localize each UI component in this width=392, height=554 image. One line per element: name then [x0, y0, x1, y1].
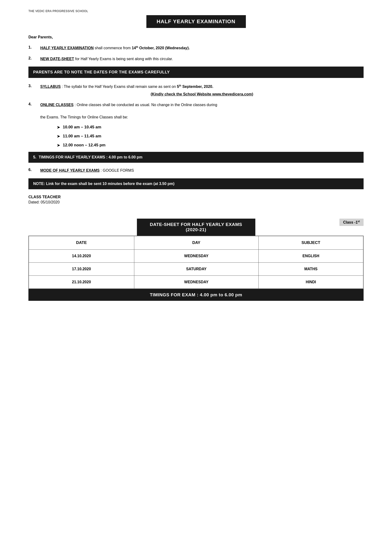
cell-day-3: WEDNESDAY	[134, 275, 259, 289]
section-5-number: 5.	[33, 155, 36, 159]
section-1-heading: HALF YEARLY EXAMINATION	[40, 46, 94, 50]
section-5-text: TIMINGS FOR HALF YEARLY EXAMS : 4.00 pm …	[39, 155, 142, 159]
cell-date-1: 14.10.2020	[29, 249, 134, 262]
section-4-content: ONLINE CLASSES : Online classes shall be…	[40, 102, 364, 120]
section-4-heading: ONLINE CLASSES	[40, 103, 73, 107]
timing-3-text: 12.00 noon – 12.45 pm	[63, 143, 105, 147]
school-name: THE VEDIC ERA PROGRESSIVE SCHOOL	[28, 9, 364, 13]
section-3-date: 5th September, 2020.	[177, 84, 213, 89]
section-1-date: 14th October, 2020 (Wednesday).	[132, 46, 190, 50]
section-2-heading: NEW DATE-SHEET	[40, 57, 74, 61]
section-1-number: 1.	[28, 45, 40, 49]
cell-subject-3: HINDI	[259, 275, 363, 289]
arrow-icon-2: ➤	[57, 134, 60, 139]
arrow-icon-1: ➤	[57, 125, 60, 130]
section-1-text: shall commence from	[95, 46, 132, 50]
cell-subject-1: ENGLISH	[259, 249, 363, 262]
section-2-text: for Half Yearly Exams is being sent alon…	[75, 57, 173, 61]
class-teacher-title: CLASS TEACHER	[28, 195, 364, 199]
table-row: 21.10.2020 WEDNESDAY HINDI	[29, 275, 363, 289]
note-box: NOTE: Link for the exam shall be sent 10…	[28, 178, 364, 189]
section-3-text: : The syllabi for the Half Yearly Exams …	[62, 84, 177, 89]
section-1: 1. HALF YEARLY EXAMINATION shall commenc…	[28, 45, 364, 51]
section-1-content: HALF YEARLY EXAMINATION shall commence f…	[40, 45, 364, 51]
cell-day-1: WEDNESDAY	[134, 249, 259, 262]
section-4-text: : Online classes shall be conducted as u…	[75, 103, 217, 107]
timing-list: ➤ 10.00 am – 10.45 am ➤ 11.00 am – 11.45…	[57, 125, 364, 147]
main-title: HALF YEARLY EXAMINATION	[146, 15, 246, 28]
table-row: 17.10.2020 SATURDAY MATHS	[29, 262, 363, 275]
cell-date-3: 21.10.2020	[29, 275, 134, 289]
section-3-content: SYLLABUS : The syllabi for the Half Year…	[40, 84, 364, 97]
section-6-text: : GOOGLE FORMS	[101, 168, 134, 172]
section-6-number: 6.	[28, 168, 40, 172]
section-4-number: 4.	[28, 102, 40, 106]
class-label-text: Class -1	[343, 220, 358, 224]
exam-timing-box: TIMINGS FOR EXAM : 4.00 pm to 6.00 pm	[28, 289, 364, 301]
cell-subject-2: MATHS	[259, 262, 363, 275]
timing-item-1: ➤ 10.00 am – 10.45 am	[57, 125, 364, 130]
section-2-number: 2.	[28, 56, 40, 60]
timing-item-3: ➤ 12.00 noon – 12.45 pm	[57, 143, 364, 147]
section-5-box: 5. TIMINGS FOR HALF YEARLY EXAMS : 4.00 …	[28, 152, 364, 163]
section-3-number: 3.	[28, 84, 40, 88]
col-header-day: DAY	[134, 236, 259, 250]
section-3: 3. SYLLABUS : The syllabi for the Half Y…	[28, 84, 364, 97]
col-header-date: DATE	[29, 236, 134, 250]
exam-table: DATE DAY SUBJECT 14.10.2020 WEDNESDAY EN…	[28, 236, 364, 289]
class-label: Class -1st	[339, 219, 364, 226]
timing-1-text: 10.00 am – 10.45 am	[63, 125, 101, 130]
col-header-subject: SUBJECT	[259, 236, 363, 250]
timing-item-2: ➤ 11.00 am – 11.45 am	[57, 134, 364, 139]
section-4: 4. ONLINE CLASSES : Online classes shall…	[28, 102, 364, 120]
table-header-row: DATE DAY SUBJECT	[29, 236, 363, 250]
section-6-content: MODE OF HALF YEARLY EXAMS : GOOGLE FORMS	[40, 168, 364, 174]
section-6-heading: MODE OF HALF YEARLY EXAMS	[40, 168, 99, 172]
dated-text: Dated: 05/10/2020	[28, 200, 364, 204]
table-row: 14.10.2020 WEDNESDAY ENGLISH	[29, 249, 363, 262]
section-3-heading: SYLLABUS	[40, 84, 61, 89]
section-6: 6. MODE OF HALF YEARLY EXAMS : GOOGLE FO…	[28, 168, 364, 174]
class-label-sup: st	[358, 220, 360, 223]
cell-day-2: SATURDAY	[134, 262, 259, 275]
arrow-icon-3: ➤	[57, 143, 60, 147]
timing-2-text: 11.00 am – 11.45 am	[63, 134, 101, 139]
syllabus-link: (Kindly check the School Website www.the…	[40, 91, 364, 97]
date-sheet-title: DATE-SHEET FOR HALF YEARLY EXAMS (2020-2…	[137, 219, 255, 236]
second-section: Class -1st DATE-SHEET FOR HALF YEARLY EX…	[28, 219, 364, 301]
section-4-text2: the Exams. The Timings for Online Classe…	[40, 115, 128, 119]
cell-date-2: 17.10.2020	[29, 262, 134, 275]
section-2: 2. NEW DATE-SHEET for Half Yearly Exams …	[28, 56, 364, 62]
highlight-box: PARENTS ARE TO NOTE THE DATES FOR THE EX…	[28, 67, 364, 78]
class-teacher-section: CLASS TEACHER Dated: 05/10/2020	[28, 195, 364, 204]
section-2-content: NEW DATE-SHEET for Half Yearly Exams is …	[40, 56, 364, 62]
greeting: Dear Parents,	[28, 35, 364, 39]
